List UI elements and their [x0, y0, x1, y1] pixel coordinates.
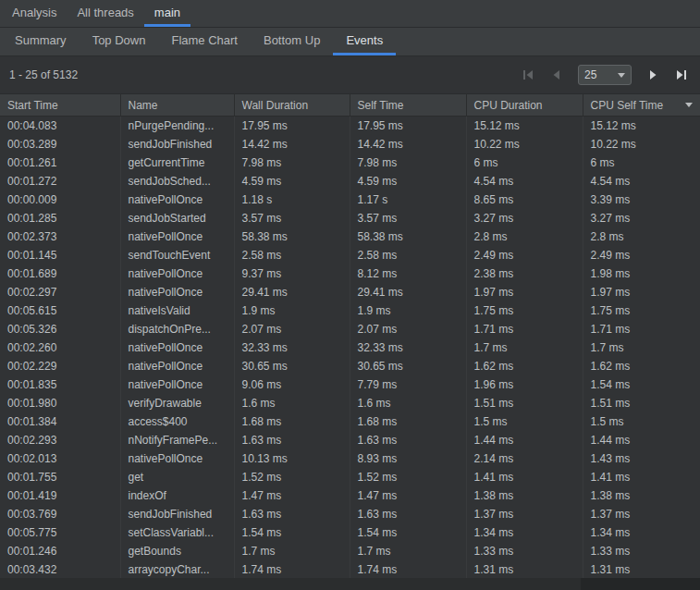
sort-desc-icon [685, 103, 693, 107]
table-cell: sendJobSched... [120, 172, 234, 191]
table-cell: 00:03.432 [0, 560, 120, 579]
table-cell: 8.12 ms [350, 264, 466, 283]
table-row[interactable]: 00:05.775setClassVariabl...1.54 ms1.54 m… [0, 523, 700, 542]
next-page-button[interactable] [645, 68, 660, 82]
table-cell: 2.07 ms [350, 320, 466, 338]
table-row[interactable]: 00:03.289sendJobFinished14.42 ms14.42 ms… [0, 135, 700, 154]
table-cell: get [120, 468, 234, 486]
table-cell: dispatchOnPre... [120, 320, 234, 338]
table-cell: nativePollOnce [120, 227, 234, 246]
table-cell: 2.8 ms [466, 227, 583, 246]
chevron-down-icon [618, 73, 625, 78]
table-row[interactable]: 00:01.145sendTouchEvent2.58 ms2.58 ms2.4… [0, 246, 700, 264]
table-row[interactable]: 00:03.432arraycopyChar...1.74 ms1.74 ms1… [0, 560, 700, 579]
table-cell: 1.74 ms [350, 560, 466, 579]
tab-main[interactable]: main [144, 0, 190, 27]
table-cell: sendJobFinished [120, 505, 234, 523]
column-header-start-time[interactable]: Start Time [0, 94, 120, 117]
column-header-name[interactable]: Name [120, 94, 234, 117]
page-size-dropdown[interactable]: 25 [578, 65, 632, 85]
next-page-icon [646, 68, 659, 81]
tab-summary[interactable]: Summary [2, 28, 80, 55]
table-cell: 1.75 ms [583, 301, 700, 320]
table-cell: 1.47 ms [350, 486, 466, 505]
table-row[interactable]: 00:01.419indexOf1.47 ms1.47 ms1.38 ms1.3… [0, 486, 700, 505]
table-row[interactable]: 00:01.835nativePollOnce9.06 ms7.79 ms1.9… [0, 375, 700, 394]
first-page-icon [522, 68, 534, 81]
table-cell: 8.93 ms [350, 449, 466, 468]
table-cell: 15.12 ms [466, 117, 583, 136]
table-cell: 00:02.260 [0, 338, 120, 357]
table-row[interactable]: 00:03.769sendJobFinished1.63 ms1.63 ms1.… [0, 505, 700, 523]
column-header-self-time[interactable]: Self Time [350, 94, 466, 117]
table-row[interactable]: 00:02.293nNotifyFramePe...1.63 ms1.63 ms… [0, 431, 700, 449]
thread-tab-bar: Analysis All threads main [0, 0, 700, 28]
tab-summary-label: Summary [15, 33, 67, 47]
table-cell: 00:01.835 [0, 375, 120, 394]
table-cell: access$400 [120, 412, 234, 431]
table-row[interactable]: 00:01.246getBounds1.7 ms1.7 ms1.33 ms1.3… [0, 542, 700, 560]
table-cell: 1.54 ms [234, 523, 350, 542]
table-row[interactable]: 00:02.297nativePollOnce29.41 ms29.41 ms1… [0, 283, 700, 301]
table-row[interactable]: 00:01.272sendJobSched...4.59 ms4.59 ms4.… [0, 172, 700, 191]
tab-flame-chart-label: Flame Chart [171, 33, 238, 47]
table-row[interactable]: 00:01.384access$4001.68 ms1.68 ms1.5 ms1… [0, 412, 700, 431]
table-row[interactable]: 00:01.755get1.52 ms1.52 ms1.41 ms1.41 ms [0, 468, 700, 486]
tab-events[interactable]: Events [333, 28, 396, 55]
table-cell: 9.37 ms [234, 264, 350, 283]
table-cell: 8.65 ms [466, 191, 583, 209]
tab-events-label: Events [346, 33, 383, 47]
table-cell: 1.31 ms [583, 560, 700, 579]
table-cell: sendTouchEvent [120, 246, 234, 264]
table-row[interactable]: 00:05.615nativeIsValid1.9 ms1.9 ms1.75 m… [0, 301, 700, 320]
table-cell: 3.39 ms [583, 191, 700, 209]
table-row[interactable]: 00:02.260nativePollOnce32.33 ms32.33 ms1… [0, 338, 700, 357]
column-header-cpu-self-time[interactable]: CPU Self Time [583, 94, 700, 117]
table-row[interactable]: 00:00.009nativePollOnce1.18 s1.17 s8.65 … [0, 191, 700, 209]
table-cell: 1.54 ms [350, 523, 466, 542]
table-cell: verifyDrawable [120, 394, 234, 412]
table-cell: 1.6 ms [350, 394, 466, 412]
table-cell: 1.9 ms [350, 301, 466, 320]
tab-all-threads[interactable]: All threads [67, 0, 143, 27]
table-cell: 3.57 ms [234, 209, 350, 227]
table-cell: nNotifyFramePe... [120, 431, 234, 449]
pagination-controls: 25 [521, 65, 689, 85]
table-row[interactable]: 00:04.083nPurgePending...17.95 ms17.95 m… [0, 117, 700, 136]
table-cell: nativePollOnce [120, 338, 234, 357]
table-row[interactable]: 00:02.013nativePollOnce10.13 ms8.93 ms2.… [0, 449, 700, 468]
table-row[interactable]: 00:01.689nativePollOnce9.37 ms8.12 ms2.3… [0, 264, 700, 283]
table-cell: nativePollOnce [120, 191, 234, 209]
table-row[interactable]: 00:02.229nativePollOnce30.65 ms30.65 ms1… [0, 357, 700, 375]
table-row[interactable]: 00:05.326dispatchOnPre...2.07 ms2.07 ms1… [0, 320, 700, 338]
table-row[interactable]: 00:01.285sendJobStarted3.57 ms3.57 ms3.2… [0, 209, 700, 227]
tab-analysis[interactable]: Analysis [2, 0, 67, 27]
table-cell: 00:01.272 [0, 172, 120, 191]
last-page-button[interactable] [674, 68, 689, 82]
pagination-bar: 1 - 25 of 5132 25 [0, 56, 700, 93]
table-cell: 29.41 ms [350, 283, 466, 301]
table-cell: 17.95 ms [234, 117, 350, 136]
table-cell: 00:05.615 [0, 301, 120, 320]
column-header-cpu-duration[interactable]: CPU Duration [466, 94, 583, 117]
tab-flame-chart[interactable]: Flame Chart [158, 28, 251, 55]
table-row[interactable]: 00:01.261getCurrentTime7.98 ms7.98 ms6 m… [0, 154, 700, 172]
table-row[interactable]: 00:01.980verifyDrawable1.6 ms1.6 ms1.51 … [0, 394, 700, 412]
table-cell: 1.44 ms [466, 431, 583, 449]
table-cell: 1.63 ms [234, 431, 350, 449]
table-cell: 00:02.229 [0, 357, 120, 375]
table-row[interactable]: 00:02.373nativePollOnce58.38 ms58.38 ms2… [0, 227, 700, 246]
table-cell: 1.51 ms [466, 394, 583, 412]
tab-bottom-up[interactable]: Bottom Up [251, 28, 333, 55]
previous-page-button[interactable] [549, 68, 564, 82]
table-cell: 1.33 ms [466, 542, 583, 560]
column-header-wall-duration[interactable]: Wall Duration [234, 94, 350, 117]
tab-top-down[interactable]: Top Down [80, 28, 159, 55]
table-cell: 1.6 ms [234, 394, 350, 412]
horizontal-scrollbar[interactable] [0, 578, 700, 590]
scrollbar-corner [581, 578, 700, 590]
page-size-value: 25 [584, 68, 596, 81]
table-cell: 1.37 ms [466, 505, 583, 523]
first-page-button[interactable] [521, 68, 535, 82]
table-cell: 1.43 ms [583, 449, 700, 468]
